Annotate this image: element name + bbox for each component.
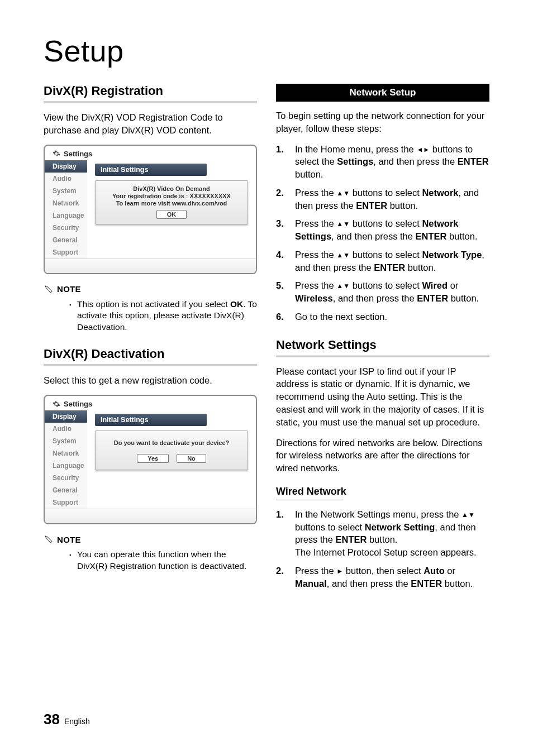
osd-content: Initial Settings DivX(R) Video On Demand…	[87, 160, 256, 259]
osd-menu-audio[interactable]: Audio	[45, 173, 87, 185]
dialog-line: DivX(R) Video On Demand	[100, 185, 243, 192]
osd-menu-security[interactable]: Security	[45, 472, 87, 484]
page-footer: 38 English	[44, 711, 90, 728]
osd-menu-language[interactable]: Language	[45, 460, 87, 472]
osd-menu-network[interactable]: Network	[45, 197, 87, 209]
wired-network-heading: Wired Network	[276, 486, 489, 497]
divx-reg-heading: DivX(R) Registration	[44, 84, 257, 98]
network-settings-heading: Network Settings	[276, 338, 489, 352]
note-icon	[44, 284, 54, 294]
note-label: NOTE	[57, 284, 81, 294]
step-item: 1.In the Network Settings menu, press th…	[276, 508, 489, 559]
osd-menu-security[interactable]: Security	[45, 222, 87, 234]
divider	[276, 356, 489, 357]
divider	[44, 365, 257, 366]
ok-button[interactable]: OK	[156, 210, 187, 219]
osd-menu-support[interactable]: Support	[45, 496, 87, 509]
osd-menu-support[interactable]: Support	[45, 246, 87, 259]
osd-settings-deactivation: Settings Display Audio System Network La…	[44, 395, 257, 524]
osd-initial-settings[interactable]: Initial Settings	[95, 164, 207, 176]
osd-content: Initial Settings Do you want to deactiva…	[87, 410, 256, 509]
osd-header: Settings	[45, 396, 256, 410]
osd-menu-language[interactable]: Language	[45, 209, 87, 222]
yes-button[interactable]: Yes	[137, 454, 169, 463]
divider	[44, 102, 257, 103]
right-column: Network Setup To begin setting up the ne…	[276, 84, 489, 595]
osd-header: Settings	[45, 146, 256, 160]
step-item: 2.Press the ▲▼ buttons to select Network…	[276, 186, 489, 212]
step-item: 6.Go to the next section.	[276, 310, 489, 323]
osd-footer	[45, 509, 256, 523]
osd-registration-dialog: DivX(R) Video On Demand Your registratio…	[95, 180, 248, 224]
divx-deact-intro: Select this to get a new registration co…	[44, 374, 257, 387]
osd-menu-network[interactable]: Network	[45, 447, 87, 460]
divider	[276, 500, 343, 500]
osd-deactivate-dialog: Do you want to deactivate your device? Y…	[95, 430, 248, 470]
step-item: 5.Press the ▲▼ buttons to select Wired o…	[276, 279, 489, 305]
osd-settings-registration: Settings Display Audio System Network La…	[44, 145, 257, 274]
gear-icon	[53, 150, 60, 157]
dialog-line: Do you want to deactivate your device?	[100, 439, 243, 446]
osd-title: Settings	[64, 400, 92, 408]
page-number: 38	[44, 711, 60, 728]
osd-initial-settings[interactable]: Initial Settings	[95, 414, 207, 426]
note-item: You can operate this function when the D…	[69, 549, 257, 572]
page-title: Setup	[44, 34, 489, 68]
osd-menu-display[interactable]: Display	[45, 410, 87, 423]
divx-deact-heading: DivX(R) Deactivation	[44, 347, 257, 361]
osd-footer	[45, 259, 256, 273]
osd-menu: Display Audio System Network Language Se…	[45, 410, 87, 509]
osd-title: Settings	[64, 150, 92, 158]
page-language: English	[64, 717, 90, 726]
note-item: This option is not activated if you sele…	[69, 299, 257, 334]
note-icon	[44, 534, 54, 544]
step-item: 2.Press the ► button, then select Auto o…	[276, 564, 489, 590]
left-column: DivX(R) Registration View the DivX(R) VO…	[44, 84, 257, 595]
network-setup-steps: 1.In the Home menu, press the ◄► buttons…	[276, 143, 489, 323]
gear-icon	[53, 400, 60, 408]
network-settings-p1: Please contact your ISP to find out if y…	[276, 365, 489, 429]
osd-menu: Display Audio System Network Language Se…	[45, 160, 87, 259]
network-setup-intro: To begin setting up the network connecti…	[276, 109, 489, 135]
osd-menu-general[interactable]: General	[45, 234, 87, 246]
osd-menu-general[interactable]: General	[45, 484, 87, 496]
osd-menu-display[interactable]: Display	[45, 160, 87, 173]
network-setup-banner: Network Setup	[276, 84, 489, 102]
note-list: You can operate this function when the D…	[44, 549, 257, 572]
note-row: NOTE	[44, 534, 257, 544]
osd-menu-system[interactable]: System	[45, 435, 87, 447]
divx-reg-intro: View the DivX(R) VOD Registration Code t…	[44, 111, 257, 137]
content-columns: DivX(R) Registration View the DivX(R) VO…	[44, 84, 489, 595]
osd-menu-system[interactable]: System	[45, 185, 87, 197]
dialog-line: Your registration code is : XXXXXXXXXX	[100, 193, 243, 199]
dialog-line: To learn more visit www.divx.com/vod	[100, 200, 243, 207]
note-label: NOTE	[57, 535, 81, 544]
step-item: 3.Press the ▲▼ buttons to select Network…	[276, 217, 489, 243]
no-button[interactable]: No	[177, 454, 206, 463]
note-list: This option is not activated if you sele…	[44, 299, 257, 334]
network-settings-p2: Directions for wired networks are below.…	[276, 437, 489, 475]
step-item: 1.In the Home menu, press the ◄► buttons…	[276, 143, 489, 181]
osd-menu-audio[interactable]: Audio	[45, 423, 87, 435]
wired-steps: 1.In the Network Settings menu, press th…	[276, 508, 489, 590]
note-row: NOTE	[44, 284, 257, 294]
step-item: 4.Press the ▲▼ buttons to select Network…	[276, 248, 489, 274]
